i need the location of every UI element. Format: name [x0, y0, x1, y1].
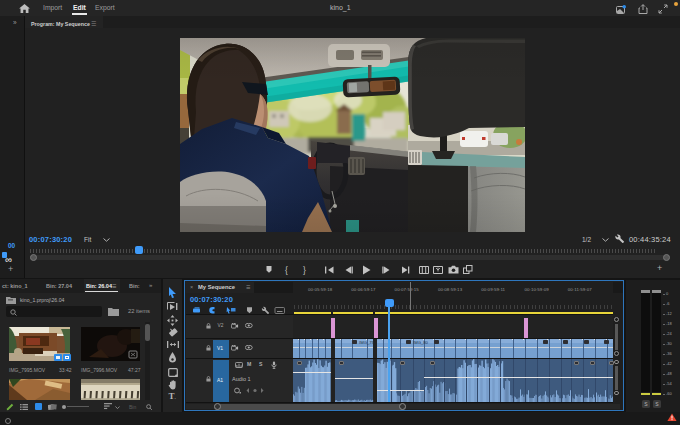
- svg-text:}: }: [303, 265, 306, 275]
- svg-text:{: {: [285, 265, 288, 275]
